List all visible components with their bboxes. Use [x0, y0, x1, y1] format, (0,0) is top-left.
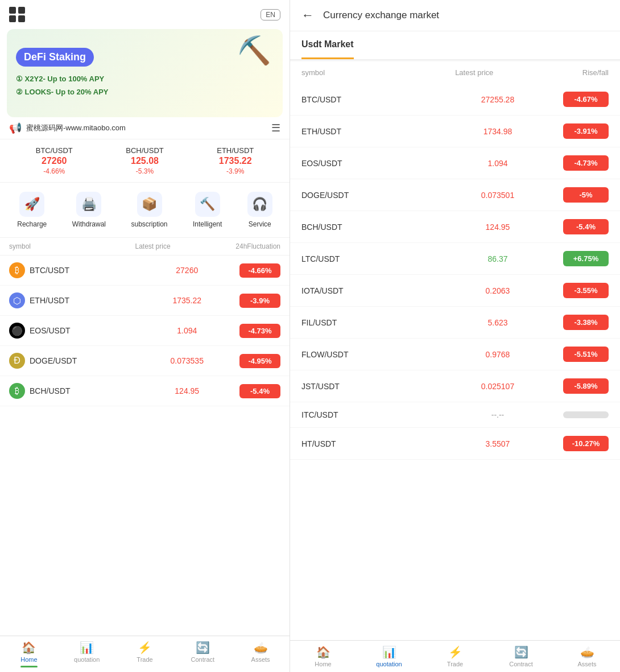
right-market-row[interactable]: HT/USDT 3.5507 -10.27% — [290, 428, 620, 460]
ticker-change: -5.3% — [126, 167, 163, 175]
coin-price: 0.073535 — [135, 356, 240, 365]
coin-change-badge: -3.9% — [239, 294, 280, 308]
right-market-row[interactable]: ITC/USDT --.-- — [290, 402, 620, 428]
notice-menu-icon[interactable]: ☰ — [271, 122, 280, 134]
ticker-price: 125.08 — [126, 156, 163, 166]
r-price: 5.623 — [432, 318, 563, 327]
action-label: Intelligent — [193, 220, 222, 228]
nav-icon: 🔄 — [196, 641, 210, 654]
ticker-symbol: ETH/USDT — [217, 146, 254, 155]
r-header-symbol: symbol — [301, 68, 417, 77]
right-title: Currency exchange market — [323, 10, 439, 21]
right-market-row[interactable]: ETH/USDT 1734.98 -3.91% — [290, 116, 620, 147]
ticker-item: BTC/USDT 27260 -4.66% — [36, 146, 73, 175]
left-bottom-nav: 🏠 Home 📊 quotation ⚡ Trade 🔄 Contract 🥧 … — [0, 636, 290, 672]
action-item[interactable]: 📦 subscription — [131, 192, 167, 228]
banner-decoration: ⛏️ — [237, 35, 271, 67]
back-button[interactable]: ← — [301, 8, 314, 23]
action-icon: 🎧 — [247, 192, 272, 217]
coin-price: 124.95 — [135, 386, 240, 395]
nav-icon: ⚡ — [138, 641, 152, 654]
market-row[interactable]: ₿ BTC/USDT 27260 -4.66% — [0, 255, 290, 286]
lang-button[interactable]: EN — [261, 9, 280, 20]
right-market-row[interactable]: LTC/USDT 86.37 +6.75% — [290, 243, 620, 275]
right-header: ← Currency exchange market — [290, 0, 620, 31]
right-market-row[interactable]: BCH/USDT 124.95 -5.4% — [290, 211, 620, 243]
right-market-row[interactable]: IOTA/USDT 0.2063 -3.55% — [290, 275, 620, 307]
right-nav-item-contract[interactable]: 🔄 Contract — [488, 645, 554, 667]
left-nav-item-trade[interactable]: ⚡ Trade — [116, 641, 174, 667]
r-nav-icon: 📊 — [382, 645, 396, 659]
nav-label: Trade — [137, 656, 152, 663]
notice-text: 蜜桃源码网-www.mitaobo.com — [26, 123, 271, 133]
r-nav-icon: ⚡ — [448, 645, 462, 659]
nav-icon: 🥧 — [254, 641, 268, 654]
notice-icon: 📢 — [9, 122, 22, 134]
r-nav-label: Assets — [577, 661, 596, 667]
change-badge — [563, 411, 609, 418]
left-nav-item-home[interactable]: 🏠 Home — [0, 641, 58, 667]
change-badge: -5% — [563, 187, 609, 203]
right-market-row[interactable]: FIL/USDT 5.623 -3.38% — [290, 307, 620, 339]
coin-name: ETH/USDT — [30, 296, 135, 305]
r-nav-icon: 🥧 — [580, 645, 594, 659]
ticker-item: ETH/USDT 1735.22 -3.9% — [217, 146, 254, 175]
market-row[interactable]: Ð DOGE/USDT 0.073535 -4.95% — [0, 346, 290, 376]
r-symbol: HT/USDT — [301, 439, 432, 448]
left-nav-item-assets[interactable]: 🥧 Assets — [232, 641, 290, 667]
market-row[interactable]: ⬡ ETH/USDT 1735.22 -3.9% — [0, 286, 290, 316]
coin-price: 27260 — [135, 266, 240, 275]
change-badge: +6.75% — [563, 251, 609, 266]
action-item[interactable]: 🔨 Intelligent — [193, 192, 222, 228]
ticker-price: 27260 — [36, 156, 73, 166]
coin-icon: ₿ — [9, 383, 25, 399]
right-market-row[interactable]: FLOW/USDT 0.9768 -5.51% — [290, 339, 620, 370]
right-market-row[interactable]: BTC/USDT 27255.28 -4.67% — [290, 84, 620, 116]
right-nav-item-quotation[interactable]: 📊 quotation — [356, 645, 422, 667]
right-market-list: BTC/USDT 27255.28 -4.67% ETH/USDT 1734.9… — [290, 84, 620, 640]
left-nav-item-quotation[interactable]: 📊 quotation — [58, 641, 116, 667]
nav-icon: 📊 — [80, 641, 94, 654]
market-row[interactable]: ₿ BCH/USDT 124.95 -5.4% — [0, 376, 290, 406]
r-symbol: FLOW/USDT — [301, 350, 432, 359]
change-badge: -5.89% — [563, 378, 609, 394]
change-badge: -3.38% — [563, 315, 609, 330]
right-bottom-nav: 🏠 Home 📊 quotation ⚡ Trade 🔄 Contract 🥧 … — [290, 640, 620, 672]
action-icon: 🖨️ — [76, 192, 101, 217]
banner[interactable]: DeFi Staking ① X2Y2- Up to 100% APY ② LO… — [7, 29, 283, 117]
r-symbol: IOTA/USDT — [301, 286, 432, 295]
left-header: EN — [0, 0, 290, 29]
header-symbol: symbol — [9, 242, 105, 250]
r-price: 3.5507 — [432, 439, 563, 448]
action-item[interactable]: 🖨️ Withdrawal — [72, 192, 106, 228]
nav-indicator — [20, 666, 38, 667]
coin-name: BTC/USDT — [30, 266, 135, 275]
right-nav-item-assets[interactable]: 🥧 Assets — [554, 645, 620, 667]
right-market-row[interactable]: DOGE/USDT 0.073501 -5% — [290, 179, 620, 211]
right-market-row[interactable]: JST/USDT 0.025107 -5.89% — [290, 370, 620, 402]
action-label: Recharge — [17, 220, 47, 228]
header-price: Latest price — [105, 242, 200, 250]
action-icon: 🚀 — [19, 192, 44, 217]
right-market-row[interactable]: EOS/USDT 1.094 -4.73% — [290, 147, 620, 179]
coin-icon: ⚫ — [9, 323, 25, 339]
action-item[interactable]: 🚀 Recharge — [17, 192, 47, 228]
ticker-change: -4.66% — [36, 167, 73, 175]
header-change: 24hFluctuation — [201, 242, 280, 250]
market-row[interactable]: ⚫ EOS/USDT 1.094 -4.73% — [0, 316, 290, 346]
action-item[interactable]: 🎧 Service — [247, 192, 272, 228]
action-label: subscription — [131, 220, 167, 228]
nav-label: Home — [20, 656, 37, 663]
right-nav-item-home[interactable]: 🏠 Home — [290, 645, 356, 667]
r-price: 0.2063 — [432, 286, 563, 295]
r-price: 0.9768 — [432, 350, 563, 359]
left-nav-item-contract[interactable]: 🔄 Contract — [173, 641, 232, 667]
change-badge: -10.27% — [563, 436, 609, 451]
r-nav-label: Contract — [509, 661, 533, 667]
right-nav-item-trade[interactable]: ⚡ Trade — [422, 645, 488, 667]
ticker-item: BCH/USDT 125.08 -5.3% — [126, 146, 163, 175]
coin-change-badge: -5.4% — [239, 384, 280, 398]
r-nav-icon: 🔄 — [514, 645, 528, 659]
usdt-market-tab[interactable]: Usdt Market — [301, 31, 354, 59]
coin-price: 1735.22 — [135, 296, 240, 305]
